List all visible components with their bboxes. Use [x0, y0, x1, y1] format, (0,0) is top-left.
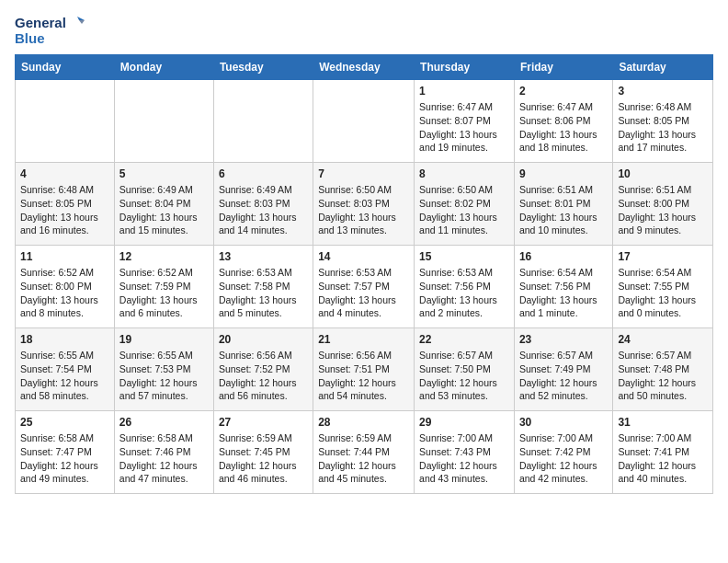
day-content: Sunrise: 6:48 AM: [20, 183, 109, 197]
day-content: and 56 minutes.: [219, 389, 308, 403]
day-content: Daylight: 12 hours: [20, 459, 109, 473]
calendar-cell: 14Sunrise: 6:53 AMSunset: 7:57 PMDayligh…: [313, 245, 415, 327]
day-content: Sunset: 8:01 PM: [519, 197, 608, 211]
day-number: 25: [20, 415, 109, 431]
day-number: 12: [119, 249, 209, 265]
logo-bird-icon: [68, 15, 85, 31]
day-content: Sunrise: 6:48 AM: [618, 100, 708, 114]
day-content: Sunset: 7:54 PM: [20, 362, 109, 376]
day-content: Sunrise: 6:58 AM: [20, 431, 109, 445]
day-content: Sunset: 7:42 PM: [519, 445, 608, 459]
day-content: Daylight: 13 hours: [419, 293, 509, 307]
day-content: Sunset: 8:02 PM: [419, 197, 509, 211]
day-number: 26: [119, 415, 209, 431]
day-content: Sunrise: 6:49 AM: [219, 183, 308, 197]
day-content: Daylight: 12 hours: [20, 376, 109, 390]
day-content: and 8 minutes.: [20, 306, 109, 320]
day-content: and 50 minutes.: [618, 389, 708, 403]
calendar-cell: 18Sunrise: 6:55 AMSunset: 7:54 PMDayligh…: [16, 327, 115, 410]
day-number: 29: [419, 415, 509, 431]
day-number: 17: [618, 249, 708, 265]
day-content: and 9 minutes.: [618, 224, 708, 237]
day-content: Daylight: 12 hours: [119, 459, 209, 473]
header-cell-saturday: Saturday: [613, 54, 713, 79]
logo-blue: Blue: [15, 31, 45, 47]
day-content: and 15 minutes.: [119, 224, 209, 237]
day-content: Sunrise: 6:55 AM: [20, 349, 109, 362]
day-content: Daylight: 13 hours: [519, 128, 608, 142]
day-content: Sunset: 7:57 PM: [318, 280, 409, 293]
day-content: Daylight: 13 hours: [318, 211, 409, 224]
day-content: Daylight: 13 hours: [20, 293, 109, 307]
day-content: Sunrise: 7:00 AM: [419, 431, 509, 445]
day-content: Sunset: 8:07 PM: [419, 114, 509, 128]
calendar-cell: [114, 79, 213, 162]
calendar-cell: 9Sunrise: 6:51 AMSunset: 8:01 PMDaylight…: [514, 162, 612, 245]
day-number: 23: [519, 332, 608, 348]
calendar-cell: 25Sunrise: 6:58 AMSunset: 7:47 PMDayligh…: [16, 410, 115, 493]
day-content: Daylight: 13 hours: [618, 211, 708, 224]
day-content: and 43 minutes.: [419, 472, 509, 486]
day-content: and 57 minutes.: [119, 389, 209, 403]
day-content: Sunrise: 6:51 AM: [519, 183, 608, 197]
day-content: Sunset: 7:59 PM: [119, 280, 209, 293]
week-row: 18Sunrise: 6:55 AMSunset: 7:54 PMDayligh…: [16, 327, 713, 410]
logo: General Blue: [15, 15, 85, 47]
day-content: Daylight: 13 hours: [219, 211, 308, 224]
calendar-cell: 24Sunrise: 6:57 AMSunset: 7:48 PMDayligh…: [613, 327, 713, 410]
day-content: and 40 minutes.: [618, 472, 708, 486]
day-content: Sunrise: 6:55 AM: [119, 349, 209, 362]
day-content: Sunrise: 6:47 AM: [419, 100, 509, 114]
day-content: Sunrise: 6:53 AM: [318, 266, 409, 280]
day-content: and 5 minutes.: [219, 306, 308, 320]
day-content: Daylight: 13 hours: [618, 128, 708, 142]
calendar-cell: [213, 79, 313, 162]
day-number: 15: [419, 249, 509, 265]
day-content: Daylight: 13 hours: [219, 293, 308, 307]
day-content: and 54 minutes.: [318, 389, 409, 403]
day-number: 9: [519, 167, 608, 182]
day-content: Sunset: 7:56 PM: [419, 280, 509, 293]
calendar-cell: 15Sunrise: 6:53 AMSunset: 7:56 PMDayligh…: [415, 245, 515, 327]
calendar-cell: 8Sunrise: 6:50 AMSunset: 8:02 PMDaylight…: [415, 162, 515, 245]
page-header: General Blue: [15, 15, 713, 47]
day-content: Daylight: 13 hours: [119, 211, 209, 224]
calendar-cell: 17Sunrise: 6:54 AMSunset: 7:55 PMDayligh…: [613, 245, 713, 327]
svg-marker-0: [77, 17, 85, 20]
day-content: Sunset: 8:03 PM: [318, 197, 409, 211]
calendar-cell: 27Sunrise: 6:59 AMSunset: 7:45 PMDayligh…: [213, 410, 313, 493]
day-content: Sunset: 8:05 PM: [618, 114, 708, 128]
calendar-cell: 5Sunrise: 6:49 AMSunset: 8:04 PMDaylight…: [114, 162, 213, 245]
calendar-cell: [313, 79, 415, 162]
calendar-cell: 4Sunrise: 6:48 AMSunset: 8:05 PMDaylight…: [16, 162, 115, 245]
day-content: Sunrise: 6:59 AM: [219, 431, 308, 445]
day-content: Sunrise: 6:50 AM: [318, 183, 409, 197]
day-content: Daylight: 12 hours: [519, 459, 608, 473]
day-content: Daylight: 12 hours: [119, 376, 209, 390]
week-row: 25Sunrise: 6:58 AMSunset: 7:47 PMDayligh…: [16, 410, 713, 493]
calendar-table: SundayMondayTuesdayWednesdayThursdayFrid…: [15, 54, 713, 494]
day-number: 11: [20, 249, 109, 265]
day-number: 18: [20, 332, 109, 348]
day-content: Sunset: 7:44 PM: [318, 445, 409, 459]
day-content: Daylight: 12 hours: [618, 376, 708, 390]
day-content: and 19 minutes.: [419, 141, 509, 155]
calendar-cell: 6Sunrise: 6:49 AMSunset: 8:03 PMDaylight…: [213, 162, 313, 245]
calendar-cell: 11Sunrise: 6:52 AMSunset: 8:00 PMDayligh…: [16, 245, 115, 327]
day-content: Sunset: 8:00 PM: [20, 280, 109, 293]
day-content: Daylight: 13 hours: [519, 211, 608, 224]
header-cell-friday: Friday: [514, 54, 612, 79]
calendar-cell: 7Sunrise: 6:50 AMSunset: 8:03 PMDaylight…: [313, 162, 415, 245]
day-content: Sunrise: 6:57 AM: [419, 349, 509, 362]
day-content: Sunrise: 6:57 AM: [519, 349, 608, 362]
day-content: Sunset: 7:49 PM: [519, 362, 608, 376]
calendar-cell: [16, 79, 115, 162]
day-content: Daylight: 13 hours: [20, 211, 109, 224]
calendar-header: SundayMondayTuesdayWednesdayThursdayFrid…: [16, 54, 713, 79]
calendar-cell: 19Sunrise: 6:55 AMSunset: 7:53 PMDayligh…: [114, 327, 213, 410]
calendar-cell: 1Sunrise: 6:47 AMSunset: 8:07 PMDaylight…: [415, 79, 515, 162]
day-content: Daylight: 12 hours: [419, 376, 509, 390]
day-content: Sunset: 7:55 PM: [618, 280, 708, 293]
day-content: and 14 minutes.: [219, 224, 308, 237]
day-content: and 42 minutes.: [519, 472, 608, 486]
